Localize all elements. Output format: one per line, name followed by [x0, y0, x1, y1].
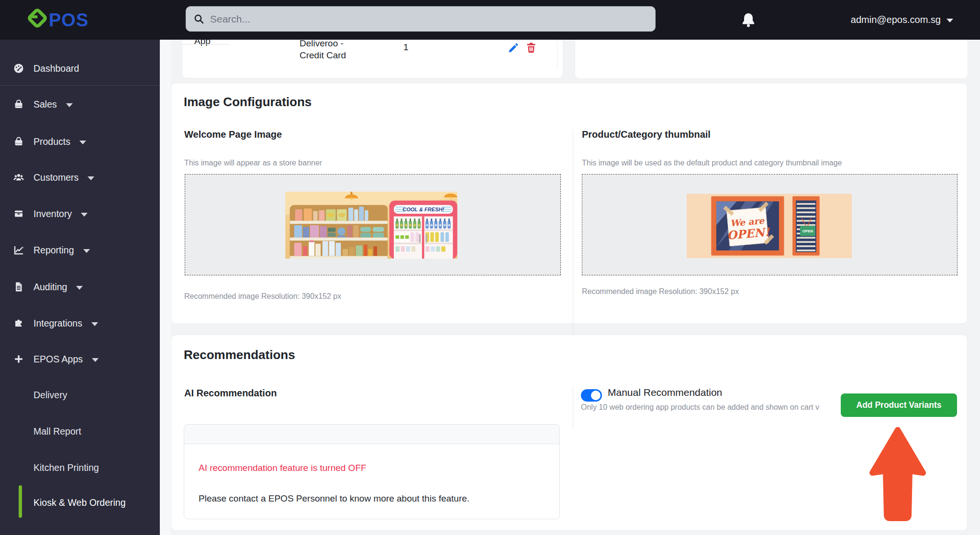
bell-icon[interactable] — [740, 11, 757, 29]
ai-recommendation-heading: AI Recommendation — [184, 388, 277, 399]
ai-status-message: AI recommendation feature is turned OFF — [199, 463, 367, 473]
toggle-knob — [591, 391, 601, 400]
top-right-card — [575, 40, 968, 79]
welcome-page-image-heading: Welcome Page Image — [184, 129, 282, 140]
sidebar-divider — [0, 85, 160, 86]
sidebar-item-label: Integrations — [33, 318, 82, 329]
sidebar-item-kitchen-printing[interactable]: Kitchen Printing — [0, 457, 160, 478]
table-cell-quantity: 1 — [403, 42, 409, 53]
cooler-banner-text: COOL & FRESH! — [402, 207, 444, 212]
scrollbar-track[interactable] — [160, 40, 171, 535]
sidebar-item-integrations[interactable]: Integrations — [0, 313, 160, 334]
caret-down-icon — [947, 19, 953, 22]
table-row-border — [182, 44, 229, 44]
trash-icon — [525, 41, 537, 55]
sidebar-item-customers[interactable]: Customers — [0, 167, 160, 188]
edit-button[interactable] — [507, 41, 519, 55]
sidebar-item-delivery[interactable]: Delivery — [0, 384, 160, 405]
caret-down-icon — [66, 103, 73, 107]
sidebar-item-label: Reporting — [33, 245, 74, 256]
ai-contact-message: Please contact a EPOS Personnel to know … — [199, 493, 469, 504]
search-input[interactable] — [210, 13, 647, 25]
sidebar-item-label: Customers — [33, 172, 78, 183]
epos-logo[interactable]: POS — [28, 8, 100, 31]
thumbnail-recommended-resolution: Recommended image Resolution: 390x152 px — [582, 287, 739, 296]
top-navbar: POS admin@epos.com.sg — [0, 0, 980, 40]
shopping-bag-icon — [13, 98, 24, 110]
recommendations-card: Recommendations AI Recommendation AI rec… — [171, 335, 968, 531]
global-search — [186, 6, 656, 32]
plus-icon — [13, 353, 24, 365]
welcome-image-dropzone[interactable]: COOL & FRESH! — [185, 174, 561, 275]
supermarket-shelves-illustration: COOL & FRESH! — [285, 192, 457, 259]
caret-down-icon — [79, 141, 86, 144]
users-icon — [13, 172, 24, 183]
user-menu[interactable]: admin@epos.com.sg — [851, 0, 953, 40]
caret-down-icon — [91, 322, 98, 326]
hanging-open-sign-text: OPEN — [802, 229, 813, 233]
document-icon — [13, 281, 24, 293]
sidebar-item-label: Inventory — [33, 208, 72, 219]
pencil-icon — [507, 41, 519, 55]
sidebar-item-label: Products — [33, 136, 70, 147]
table-cell-payment: Deliveroo - Credit Card — [300, 40, 363, 61]
sidebar-item-label: Mall Report — [33, 426, 81, 437]
puzzle-piece-icon — [13, 317, 24, 329]
add-product-variants-button[interactable]: Add Product Variants — [841, 393, 957, 417]
delete-button[interactable] — [525, 41, 537, 55]
sidebar-item-epos-apps[interactable]: EPOS Apps — [0, 349, 160, 370]
welcome-page-image-helper: This image will appear as a store banner — [184, 159, 322, 167]
annotation-arrow-up-icon — [869, 425, 926, 525]
manual-recommendation-toggle[interactable] — [581, 389, 602, 402]
shopping-bag-icon — [13, 136, 24, 147]
sidebar-item-label: Auditing — [33, 282, 67, 293]
caret-down-icon — [88, 176, 94, 180]
sidebar-item-sales[interactable]: Sales — [0, 94, 160, 115]
sidebar-item-mall-report[interactable]: Mall Report — [0, 421, 160, 442]
table-cell-type: App — [194, 40, 211, 46]
epos-logo-icon: POS — [28, 8, 100, 31]
epos-logo-text: POS — [49, 10, 89, 30]
sidebar-item-label: Kitchen Printing — [33, 462, 99, 473]
thumbnail-image-dropzone[interactable]: We are OPEN! OPEN — [582, 174, 958, 275]
column-divider — [573, 386, 573, 429]
archive-box-icon — [13, 208, 24, 219]
magnifier-icon — [194, 14, 204, 24]
sidebar-item-reporting[interactable]: Reporting — [0, 240, 160, 261]
caret-down-icon — [76, 286, 83, 290]
sidebar-item-kiosk-web-ordering[interactable]: Kiosk & Web Ordering — [0, 492, 160, 513]
speedometer-icon — [13, 63, 24, 74]
sidebar-item-label: Delivery — [33, 390, 67, 401]
column-divider — [573, 130, 573, 344]
sidebar-item-products[interactable]: Products — [0, 131, 160, 152]
table-column-border — [557, 40, 557, 69]
manual-recommendation-heading: Manual Recommendation — [608, 387, 722, 398]
caret-down-icon — [83, 249, 90, 253]
product-thumbnail-helper: This image will be used as the default p… — [582, 159, 842, 167]
sidebar-item-label: EPOS Apps — [33, 354, 83, 365]
sidebar-item-label: Sales — [33, 99, 57, 110]
caret-down-icon — [81, 213, 88, 217]
we-are-open-illustration: We are OPEN! OPEN — [687, 194, 852, 258]
sidebar-item-label: Dashboard — [33, 63, 79, 74]
chart-line-icon — [13, 244, 24, 256]
ai-panel-header — [184, 425, 559, 444]
manual-recommendation-helper: Only 10 web ordering app products can be… — [581, 403, 819, 412]
sidebar-item-inventory[interactable]: Inventory — [0, 203, 160, 224]
welcome-image-recommended-resolution: Recommended image Resolution: 390x152 px — [184, 292, 341, 301]
product-thumbnail-heading: Product/Category thumbnail — [582, 129, 711, 140]
user-email: admin@epos.com.sg — [851, 14, 941, 25]
payment-methods-table-card: App Deliveroo - Credit Card 1 — [182, 40, 563, 78]
section-title: Recommendations — [184, 348, 295, 362]
caret-down-icon — [92, 358, 99, 362]
sidebar-item-dashboard[interactable]: Dashboard — [0, 58, 160, 79]
image-configurations-card: Image Configurations Welcome Page Image … — [171, 83, 968, 324]
section-title: Image Configurations — [184, 95, 312, 109]
sidebar-nav: Dashboard Sales Products Customers Inven… — [0, 40, 160, 535]
sidebar-item-auditing[interactable]: Auditing — [0, 276, 160, 297]
sidebar-item-label: Kiosk & Web Ordering — [33, 497, 126, 508]
ai-recommendation-panel: AI recommendation feature is turned OFF … — [184, 424, 560, 519]
